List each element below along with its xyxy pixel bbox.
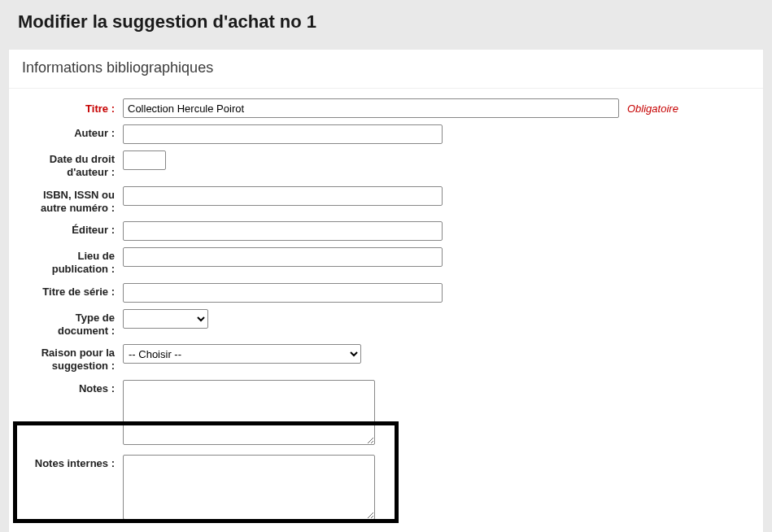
label-titre: Titre : — [25, 100, 123, 116]
input-isbn[interactable] — [123, 186, 443, 206]
panel-title: Informations bibliographiques — [9, 50, 763, 89]
label-serie: Titre de série : — [25, 283, 123, 299]
page-title: Modifier la suggestion d'achat no 1 — [0, 0, 772, 41]
row-notes-internes: Notes internes : — [9, 455, 763, 520]
label-notes: Notes : — [25, 380, 123, 395]
row-isbn: ISBN, ISSN ou autre numéro : — [9, 186, 763, 216]
select-raison[interactable]: -- Choisir -- — [123, 344, 361, 364]
label-isbn: ISBN, ISSN ou autre numéro : — [25, 186, 123, 216]
input-serie[interactable] — [123, 283, 443, 303]
input-editeur[interactable] — [123, 221, 443, 241]
row-editeur: Éditeur : — [9, 221, 763, 241]
row-doctype: Type de document : — [9, 309, 763, 338]
row-raison: Raison pour la suggestion : -- Choisir -… — [9, 344, 763, 373]
label-copyright: Date du droit d'auteur : — [25, 150, 123, 180]
biblio-panel: Informations bibliographiques Titre : Ob… — [8, 49, 764, 532]
textarea-notes[interactable] — [123, 380, 375, 445]
textarea-notes-internes[interactable] — [123, 455, 375, 520]
required-hint: Obligatoire — [627, 102, 678, 115]
input-lieu[interactable] — [123, 247, 443, 267]
row-lieu: Lieu de publication : — [9, 247, 763, 277]
label-raison: Raison pour la suggestion : — [25, 344, 123, 373]
label-doctype: Type de document : — [25, 309, 123, 338]
row-serie: Titre de série : — [9, 283, 763, 303]
label-auteur: Auteur : — [25, 124, 123, 140]
select-doctype[interactable] — [123, 309, 208, 329]
label-lieu: Lieu de publication : — [25, 247, 123, 277]
input-copyright[interactable] — [123, 150, 166, 170]
form-body: Titre : Obligatoire Auteur : Date du dro… — [9, 89, 763, 520]
row-auteur: Auteur : — [9, 124, 763, 144]
row-titre: Titre : Obligatoire — [9, 98, 763, 118]
input-titre[interactable] — [123, 98, 619, 118]
row-notes: Notes : — [9, 380, 763, 445]
row-copyright: Date du droit d'auteur : — [9, 150, 763, 180]
label-editeur: Éditeur : — [25, 221, 123, 237]
input-auteur[interactable] — [123, 124, 443, 144]
label-notes-internes: Notes internes : — [25, 455, 123, 470]
